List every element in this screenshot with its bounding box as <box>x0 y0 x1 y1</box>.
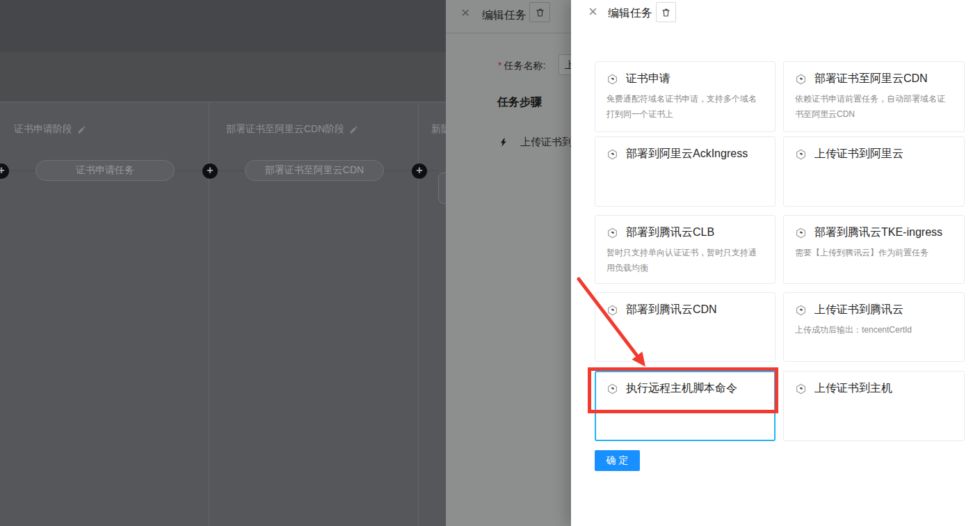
card-title: 执行远程主机脚本命令 <box>626 381 737 396</box>
delete-task-button[interactable] <box>529 2 550 22</box>
edit-pencil-icon[interactable] <box>349 125 358 134</box>
app-top-bar <box>0 0 446 52</box>
card-title: 部署到腾讯云CDN <box>626 303 717 317</box>
task-type-card-cert-apply[interactable]: 证书申请 免费通配符域名证书申请，支持多个域名打到同一个证书上 <box>595 61 776 132</box>
task-type-card-tencent-clb[interactable]: 部署到腾讯云CLB 暂时只支持单向认证证书，暂时只支持通用负载均衡 <box>595 215 776 284</box>
hexagon-task-icon <box>795 227 807 239</box>
hexagon-task-icon <box>607 73 618 86</box>
hexagon-task-icon <box>607 383 618 395</box>
add-task-button[interactable]: + <box>202 164 218 179</box>
plus-icon: + <box>416 164 422 176</box>
card-description: 上传成功后输出：tencentCertId <box>795 322 953 337</box>
task-type-card-upload-tencent[interactable]: 上传证书到腾讯云 上传成功后输出：tencentCertId <box>783 292 965 362</box>
edit-pencil-icon[interactable] <box>77 125 86 134</box>
card-description: 依赖证书申请前置任务，自动部署域名证书至阿里云CDN <box>795 91 953 122</box>
delete-task-button[interactable] <box>656 2 676 22</box>
task-node-2[interactable]: 部署证书至阿里云CDN <box>245 160 384 181</box>
stage-label-1: 证书申请阶段 <box>14 123 86 136</box>
card-title: 上传证书到阿里云 <box>814 147 903 161</box>
task-type-card-tencent-cdn[interactable]: 部署到腾讯云CDN <box>595 292 776 362</box>
close-icon[interactable]: × <box>588 4 597 19</box>
task-type-card-tke-ingress[interactable]: 部署到腾讯云TKE-ingress 需要【上传到腾讯云】作为前置任务 <box>783 215 965 284</box>
task-type-card-upload-aliyun[interactable]: 上传证书到阿里云 <box>783 136 965 207</box>
task-steps-heading: 任务步骤 <box>497 95 542 110</box>
lightning-bolt-icon <box>499 136 508 148</box>
stage-label-3: 新阶段 <box>431 123 446 136</box>
hexagon-task-icon <box>607 304 618 317</box>
task-node-1[interactable]: 证书申请任务 <box>35 160 175 181</box>
trash-icon <box>661 7 671 18</box>
hexagon-task-icon <box>607 148 618 161</box>
field-label: 任务名称: <box>504 60 545 71</box>
task-name-input[interactable]: 上传证书到主机 <box>559 54 571 75</box>
task-node-label: 部署证书至阿里云CDN <box>265 164 364 177</box>
hexagon-task-icon <box>795 73 807 86</box>
connector-line <box>426 170 438 171</box>
card-title: 证书申请 <box>626 72 670 86</box>
edit-task-drawer: × 编辑任务 *任务名称: 上传证书到主机 任务步骤 上传证书到主机 <box>446 0 571 526</box>
stage-label-2: 部署证书至阿里云CDN阶段 <box>226 123 358 136</box>
close-icon[interactable]: × <box>461 5 469 19</box>
task-node-3-partial[interactable] <box>438 173 446 204</box>
connector-line <box>217 170 245 171</box>
app-toolbar-bar <box>0 52 446 102</box>
task-type-card-deploy-alicdn[interactable]: 部署证书至阿里云CDN 依赖证书申请前置任务，自动部署域名证书至阿里云CDN <box>783 61 965 132</box>
screen: 证书申请阶段 部署证书至阿里云CDN阶段 新阶段 证书申请任务 部署证书至阿里云… <box>0 0 980 526</box>
hexagon-task-icon <box>795 148 807 161</box>
card-title: 上传证书到主机 <box>814 381 892 396</box>
stage-name: 证书申请阶段 <box>14 123 72 136</box>
hexagon-task-icon <box>795 383 807 395</box>
card-title: 部署到阿里云AckIngress <box>626 147 748 161</box>
card-description: 免费通配符域名证书申请，支持多个域名打到同一个证书上 <box>607 91 764 122</box>
task-type-card-remote-script[interactable]: 执行远程主机脚本命令 <box>595 371 776 441</box>
task-name-label: *任务名称: <box>498 60 545 72</box>
task-type-card-ack-ingress[interactable]: 部署到阿里云AckIngress <box>595 136 776 207</box>
card-description: 需要【上传到腾讯云】作为前置任务 <box>795 245 953 260</box>
confirm-button[interactable]: 确 定 <box>595 450 640 471</box>
stage-name: 部署证书至阿里云CDN阶段 <box>226 123 344 136</box>
drawer-title: 编辑任务 <box>608 6 652 21</box>
task-node-label: 证书申请任务 <box>76 164 134 177</box>
trash-icon <box>535 7 545 18</box>
task-step-label: 上传证书到主机 <box>520 136 571 149</box>
stage-name: 新阶段 <box>431 123 446 136</box>
card-description: 暂时只支持单向认证证书，暂时只支持通用负载均衡 <box>607 245 764 276</box>
card-title: 上传证书到腾讯云 <box>814 303 903 317</box>
task-step-item[interactable]: 上传证书到主机 <box>499 136 571 149</box>
hexagon-task-icon <box>607 227 618 239</box>
card-title: 部署到腾讯云CLB <box>626 225 714 240</box>
hexagon-task-icon <box>795 304 807 317</box>
task-type-drawer: × 编辑任务 证书申请 免费通配符域名证书申请，支持多个域名打到同一个证书上 部… <box>571 0 980 526</box>
required-mark: * <box>498 60 501 71</box>
add-task-button[interactable]: + <box>412 164 427 179</box>
app-background: 证书申请阶段 部署证书至阿里云CDN阶段 新阶段 证书申请任务 部署证书至阿里云… <box>0 0 446 526</box>
card-title: 部署证书至阿里云CDN <box>814 72 928 86</box>
plus-icon: + <box>207 164 213 176</box>
drawer-title: 编辑任务 <box>482 8 527 23</box>
card-title: 部署到腾讯云TKE-ingress <box>814 225 942 240</box>
plus-icon: + <box>0 164 5 176</box>
task-type-card-upload-host[interactable]: 上传证书到主机 <box>783 371 965 441</box>
